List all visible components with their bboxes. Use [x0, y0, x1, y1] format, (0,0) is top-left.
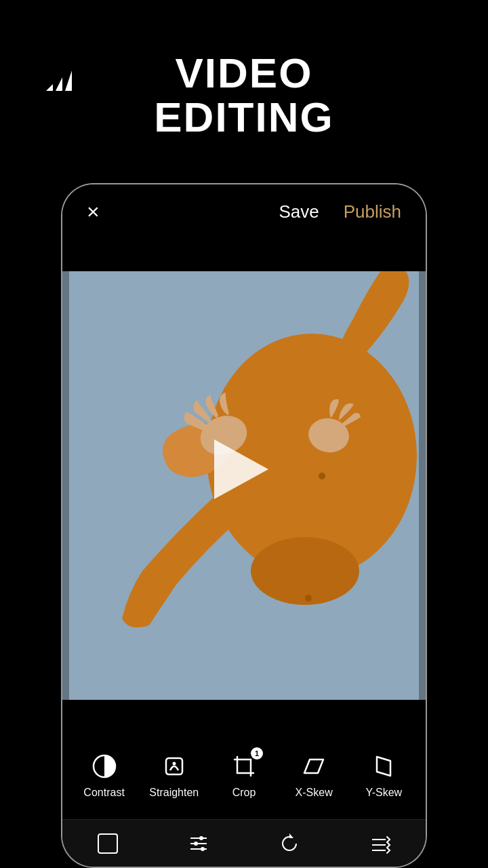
svg-point-8 — [319, 473, 325, 479]
straighten-icon — [159, 751, 189, 781]
yskew-label: Y-Skew — [366, 787, 403, 799]
video-right-overlay — [419, 239, 427, 700]
crop-icon-wrapper: 1 — [229, 751, 259, 781]
topbar-actions: Save Publish — [279, 201, 401, 222]
contrast-label: Contrast — [83, 787, 124, 799]
yskew-icon — [369, 751, 399, 781]
xskew-label: X-Skew — [296, 787, 333, 799]
nav-revert[interactable] — [269, 823, 310, 864]
header: VIDEO EDITING — [0, 0, 488, 190]
signal-icon — [41, 61, 78, 101]
video-area — [61, 239, 427, 700]
svg-point-9 — [305, 595, 312, 601]
bottom-nav — [62, 819, 426, 867]
svg-point-19 — [201, 847, 205, 851]
tool-contrast[interactable]: Contrast — [77, 751, 131, 799]
svg-marker-2 — [65, 71, 72, 91]
nav-adjustments[interactable] — [360, 823, 401, 864]
svg-marker-1 — [56, 77, 62, 91]
tool-crop[interactable]: 1 Crop — [217, 751, 271, 799]
straighten-label: Straighten — [149, 787, 199, 799]
phone-frame: × Save Publish — [61, 183, 427, 868]
play-triangle-icon — [214, 439, 268, 499]
phone-topbar: × Save Publish — [62, 184, 426, 239]
save-button[interactable]: Save — [279, 201, 319, 222]
svg-marker-0 — [46, 84, 53, 91]
publish-button[interactable]: Publish — [344, 201, 401, 222]
xskew-icon — [299, 751, 329, 781]
nav-sliders[interactable] — [178, 823, 219, 864]
crop-label: Crop — [232, 787, 256, 799]
crop-badge: 1 — [251, 747, 263, 760]
tool-xskew[interactable]: X-Skew — [287, 751, 341, 799]
svg-point-17 — [194, 842, 198, 846]
nav-frame[interactable] — [87, 823, 128, 864]
tool-yskew[interactable]: Y-Skew — [357, 751, 411, 799]
bottom-toolbar: Contrast Straighten — [62, 731, 426, 819]
app-title: VIDEO EDITING — [154, 51, 333, 139]
video-black-top — [61, 239, 427, 271]
svg-point-15 — [199, 836, 203, 840]
play-button[interactable] — [203, 435, 271, 503]
contrast-icon — [89, 751, 119, 781]
svg-point-12 — [172, 762, 176, 766]
svg-point-7 — [251, 537, 359, 605]
tool-straighten[interactable]: Straighten — [147, 751, 201, 799]
close-button[interactable]: × — [87, 201, 100, 222]
video-left-overlay — [61, 239, 69, 700]
svg-rect-13 — [98, 834, 117, 853]
